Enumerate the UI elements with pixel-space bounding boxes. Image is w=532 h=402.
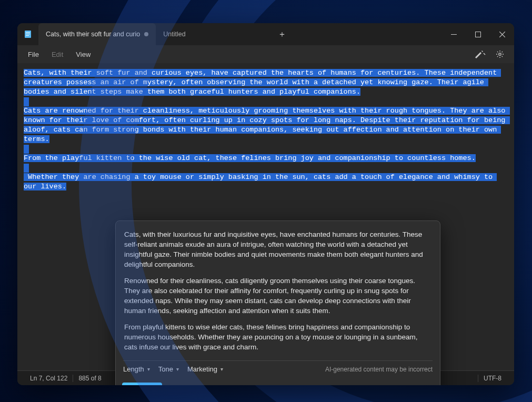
tab-inactive[interactable]: Untitled — [156, 23, 272, 45]
replace-button[interactable]: Replace — [122, 383, 162, 385]
notepad-window: Cats, with their soft fur and curio Unti… — [17, 23, 514, 385]
ai-rewrite-panel: Cats, with their luxurious fur and inqui… — [115, 220, 440, 385]
svg-point-6 — [499, 53, 501, 55]
svg-rect-2 — [26, 34, 30, 34]
maximize-button[interactable] — [466, 23, 490, 45]
next-suggestion-button[interactable] — [210, 385, 221, 386]
editor-area[interactable]: Cats, with their soft fur and curious ey… — [17, 63, 514, 370]
ai-rewrite-icon[interactable] — [471, 47, 489, 61]
format-dropdown[interactable]: Marketing▾ — [187, 365, 223, 373]
close-icon[interactable] — [264, 385, 275, 386]
app-icon — [17, 23, 38, 45]
status-chars: 885 of 8 — [73, 375, 106, 382]
svg-rect-5 — [475, 32, 480, 37]
ai-options-row: Length▾ Tone▾ Marketing▾ AI-generated co… — [116, 361, 440, 378]
tab-title: Untitled — [163, 31, 185, 38]
ai-actions-row: Replace 1 of 3 ✦ 40 — [116, 378, 440, 385]
new-tab-button[interactable]: ＋ — [272, 23, 293, 45]
ai-disclaimer: AI-generated content may be incorrect — [325, 366, 433, 373]
menu-file[interactable]: File — [23, 48, 44, 61]
tab-title: Cats, with their soft fur and curio — [46, 31, 140, 38]
settings-icon[interactable] — [491, 47, 509, 61]
menubar: File Edit View — [17, 45, 514, 63]
chevron-down-icon: ▾ — [176, 366, 179, 372]
copy-icon[interactable] — [228, 385, 239, 386]
flag-icon[interactable] — [398, 385, 408, 386]
menu-view[interactable]: View — [71, 48, 96, 61]
minimize-button[interactable] — [441, 23, 466, 45]
close-button[interactable] — [490, 23, 514, 45]
svg-rect-4 — [451, 34, 457, 35]
tone-dropdown[interactable]: Tone▾ — [158, 365, 179, 373]
svg-rect-1 — [26, 32, 30, 33]
statusbar: Ln 7, Col 122 885 of 8 UTF-8 — [17, 370, 514, 385]
chevron-down-icon: ▾ — [220, 366, 223, 372]
svg-rect-3 — [26, 35, 29, 36]
modified-indicator-icon — [144, 32, 148, 36]
status-encoding: UTF-8 — [478, 375, 507, 382]
tab-active[interactable]: Cats, with their soft fur and curio — [38, 23, 156, 45]
refresh-icon[interactable] — [246, 385, 257, 386]
length-dropdown[interactable]: Length▾ — [123, 365, 150, 373]
prev-suggestion-button[interactable] — [168, 385, 179, 386]
menu-edit[interactable]: Edit — [46, 48, 68, 61]
document-text: Cats, with their soft fur and curious ey… — [24, 68, 508, 192]
chevron-down-icon: ▾ — [147, 366, 150, 372]
titlebar: Cats, with their soft fur and curio Unti… — [17, 23, 514, 45]
ai-suggestion-text: Cats, with their luxurious fur and inqui… — [116, 221, 440, 357]
status-cursor: Ln 7, Col 122 — [25, 375, 73, 382]
